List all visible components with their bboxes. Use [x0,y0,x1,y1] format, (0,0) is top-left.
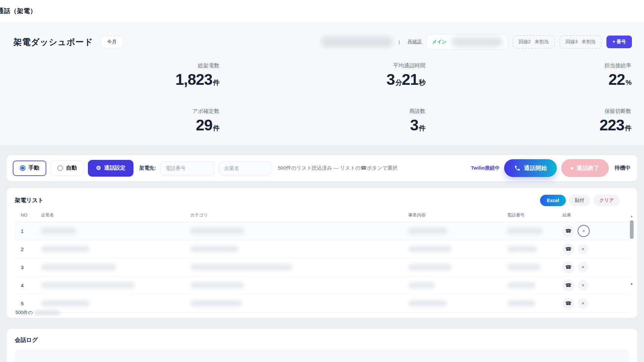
scroll-up-icon[interactable]: ▲ [630,214,633,218]
redacted-company-name [41,228,76,234]
row-call-button[interactable]: ☎ [562,280,574,291]
end-call-label: 通話終了 [577,164,599,172]
twilio-connection-status: Twilio接続中 [471,165,500,171]
redacted-category [190,282,244,288]
row-number: 4 [15,283,41,288]
app-title: 通話（架電） [0,7,37,15]
stat-card: 総架電数1,823件 [13,62,219,88]
stat-card: 平均通話時間3分21秒 [219,62,425,88]
table-row: 1☎× [15,222,629,240]
conversation-log-area [15,350,629,362]
radio-unselected-icon [57,165,63,171]
column-header: 企業名 [41,212,190,218]
redacted-category [190,300,242,306]
table-row: 4☎× [15,277,629,295]
redacted-business [408,228,447,234]
redacted-phone [507,282,536,288]
list-footer: 500件の [15,310,60,316]
start-call-label: 通話開始 [524,164,547,172]
clear-list-button[interactable]: クリア [593,195,620,206]
main-line-box[interactable]: メイン [426,34,508,50]
stat-card: 保留切断数223件 [425,108,631,134]
redacted-business [408,264,452,270]
stat-card: アポ確定数29件 [13,108,219,134]
call-list-title: 架電リスト [15,196,44,204]
column-header: 事業内容 [408,212,507,218]
row-call-button[interactable]: ☎ [562,225,574,237]
stat-value: 3件 [219,116,425,134]
stat-label: 商談数 [219,108,425,115]
period-selector-button[interactable]: 今月 [101,36,123,48]
scrollbar-thumb[interactable] [630,220,634,239]
stat-label: アポ確定数 [13,108,219,115]
mode-auto-label: 自動 [66,165,77,172]
table-row: 5☎× [15,295,629,313]
stop-icon: ■ [571,166,573,170]
stat-label: 担当接続率 [425,62,631,69]
end-call-button[interactable]: ■ 通話終了 [561,159,609,177]
redacted-category [190,228,244,234]
excel-import-button[interactable]: Excel [540,195,566,206]
redacted-phone [507,264,541,270]
table-scrollbar[interactable]: ▲ ▼ [630,214,634,315]
row-call-button[interactable]: ☎ [562,261,574,273]
row-call-button[interactable]: ☎ [562,298,574,309]
list-loaded-status: 500件のリスト読込済み — リストの☎ボタンで選択 [278,165,397,171]
dialer-control-bar: 手動 自動 ⚙ 通話設定 架電先: 500件のリスト読込済み — リストの☎ボタ… [7,155,637,181]
mode-manual-radio[interactable]: 手動 [13,161,46,176]
paren-text: ） [398,39,403,45]
table-row: 3☎× [15,258,629,277]
stat-value: 3分21秒 [219,71,425,88]
phone-number-input[interactable] [160,161,215,175]
stats-grid: 総架電数1,823件平均通話時間3分21秒担当接続率22%アポ確定数29件商談数… [13,62,632,134]
line3-label: 回線3 [566,39,578,45]
company-name-input[interactable] [219,161,271,175]
paste-button[interactable]: 貼付 [569,195,590,206]
redacted-company-name [41,246,90,252]
call-settings-label: 通話設定 [104,165,125,172]
redacted-footer-text [34,310,60,315]
radio-selected-icon [20,165,25,171]
page-title: 架電ダッシュボード [13,37,93,48]
stat-label: 総架電数 [13,62,219,69]
row-remove-button[interactable]: × [578,244,588,254]
line2-status: 未割当 [535,39,549,45]
column-header: カテゴリ [190,212,408,218]
call-target-label: 架電先: [139,165,156,171]
stat-label: 平均通話時間 [219,62,425,69]
recheck-link[interactable]: 再確認 [408,39,422,45]
add-number-button[interactable]: + 番号 [606,36,632,48]
line2-label: 回線2 [519,39,531,45]
redacted-phone [507,228,542,234]
stat-value: 223件 [425,116,631,134]
call-settings-button[interactable]: ⚙ 通話設定 [88,160,133,177]
row-remove-button[interactable]: × [578,280,588,291]
redacted-category [190,264,292,270]
row-number: 2 [15,246,41,252]
redacted-business [408,282,435,288]
start-call-button[interactable]: 通話開始 [504,159,557,177]
stat-card: 商談数3件 [219,108,425,134]
line2-box[interactable]: 回線2 未割当 [513,35,555,49]
list-footer-text: 500件の [15,310,33,316]
table-column-headers: NO企業名カテゴリ事業内容電話番号結果 [15,212,629,222]
redacted-business [408,246,452,252]
redacted-business [408,300,447,306]
stat-value: 22% [425,71,631,88]
phone-handset-icon [514,165,521,171]
line3-box[interactable]: 回線3 未割当 [559,35,602,49]
row-remove-button[interactable]: × [578,262,588,273]
row-call-button[interactable]: ☎ [562,243,574,255]
mode-auto-radio[interactable]: 自動 [51,161,84,176]
conversation-log-card: 会話ログ [7,329,637,362]
stat-label: 保留切断数 [425,108,631,115]
stat-value: 1,823件 [13,71,219,88]
scroll-down-icon[interactable]: ▼ [630,282,633,286]
mode-manual-label: 手動 [29,165,39,172]
column-header: 結果 [562,212,629,218]
standby-status: 待機中 [614,165,631,172]
redacted-company-name [41,282,135,288]
row-number: 1 [15,228,41,234]
row-remove-button[interactable]: × [578,298,588,309]
row-remove-button[interactable]: × [578,225,590,237]
